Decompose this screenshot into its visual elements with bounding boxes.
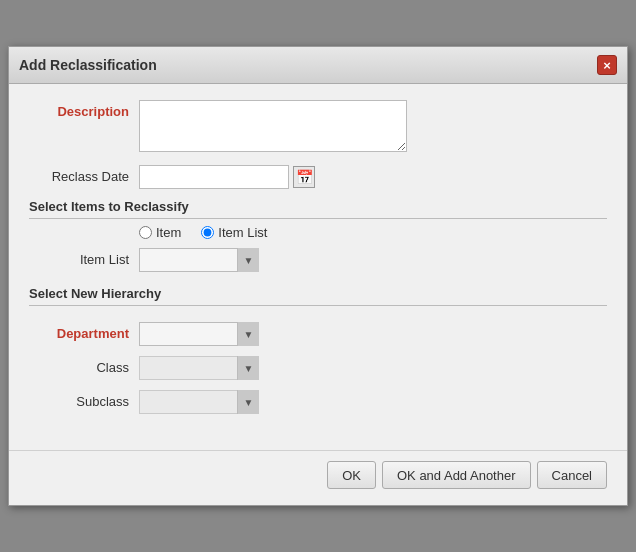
description-textarea[interactable] [139, 100, 407, 152]
reclass-date-control: 📅 [139, 165, 607, 189]
radio-item[interactable] [139, 226, 152, 239]
department-row: Department ▼ [29, 322, 607, 346]
radio-item-label: Item [156, 225, 181, 240]
close-button[interactable]: × [597, 55, 617, 75]
dialog-title: Add Reclassification [19, 57, 157, 73]
department-control: ▼ [139, 322, 607, 346]
department-select-wrap: ▼ [139, 322, 259, 346]
select-items-section: Select Items to Reclassify Item Item Lis… [29, 199, 607, 272]
radio-item-option[interactable]: Item [139, 225, 181, 240]
description-control [139, 100, 607, 155]
description-label: Description [29, 100, 139, 119]
subclass-row: Subclass ▼ [29, 390, 607, 414]
item-list-row: Item List ▼ [29, 248, 607, 272]
select-hierarchy-section: Select New Hierarchy Department ▼ Class [29, 286, 607, 414]
description-row: Description [29, 100, 607, 155]
cancel-button[interactable]: Cancel [537, 461, 607, 489]
item-list-select-wrap: ▼ [139, 248, 259, 272]
class-control: ▼ [139, 356, 607, 380]
reclass-date-label: Reclass Date [29, 165, 139, 184]
subclass-label: Subclass [29, 390, 139, 409]
radio-item-list-option[interactable]: Item List [201, 225, 267, 240]
calendar-icon[interactable]: 📅 [293, 166, 315, 188]
radio-item-list[interactable] [201, 226, 214, 239]
subclass-select-wrap: ▼ [139, 390, 259, 414]
dialog-body: Description Reclass Date 📅 Select Items … [9, 84, 627, 444]
select-items-header: Select Items to Reclassify [29, 199, 607, 219]
reclass-date-row: Reclass Date 📅 [29, 165, 607, 189]
item-list-label: Item List [29, 248, 139, 267]
subclass-select[interactable] [139, 390, 259, 414]
department-select[interactable] [139, 322, 259, 346]
radio-item-list-label: Item List [218, 225, 267, 240]
ok-add-another-button[interactable]: OK and Add Another [382, 461, 531, 489]
class-select-wrap: ▼ [139, 356, 259, 380]
class-select[interactable] [139, 356, 259, 380]
dialog-footer: OK OK and Add Another Cancel [9, 450, 627, 505]
item-list-control: ▼ [139, 248, 607, 272]
class-row: Class ▼ [29, 356, 607, 380]
class-label: Class [29, 356, 139, 375]
ok-button[interactable]: OK [327, 461, 376, 489]
item-list-select[interactable] [139, 248, 259, 272]
dialog-header: Add Reclassification × [9, 47, 627, 84]
subclass-control: ▼ [139, 390, 607, 414]
add-reclassification-dialog: Add Reclassification × Description Recla… [8, 46, 628, 506]
select-hierarchy-header: Select New Hierarchy [29, 286, 607, 306]
reclass-date-input[interactable] [139, 165, 289, 189]
date-input-row: 📅 [139, 165, 607, 189]
radio-row: Item Item List [139, 225, 607, 240]
department-label: Department [29, 322, 139, 341]
